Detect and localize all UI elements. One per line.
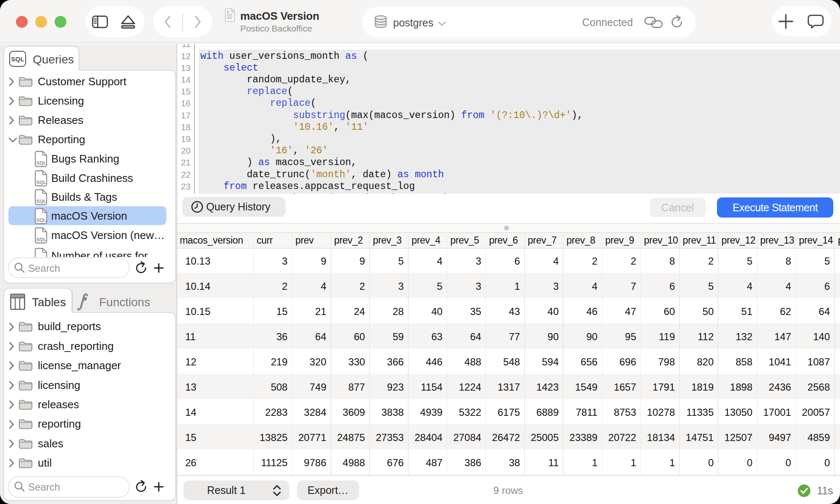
svg-text:SQL: SQL xyxy=(37,199,47,204)
svg-text:SQL: SQL xyxy=(37,218,47,223)
svg-text:SQL: SQL xyxy=(37,160,47,165)
svg-text:SQL: SQL xyxy=(37,237,47,242)
svg-text:SQL: SQL xyxy=(37,180,47,185)
